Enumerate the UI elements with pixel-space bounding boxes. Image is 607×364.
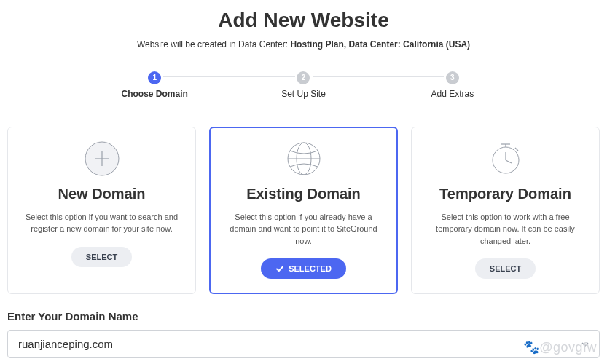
plus-circle-icon (20, 141, 184, 177)
selected-button[interactable]: SELECTED (261, 258, 346, 279)
stepper-line (313, 76, 444, 77)
option-cards: New Domain Select this option if you wan… (7, 127, 600, 295)
svg-line-11 (515, 148, 518, 151)
step-label: Set Up Site (229, 89, 377, 99)
step-number: 2 (297, 71, 310, 84)
card-desc: Select this option if you want to search… (20, 211, 184, 235)
watermark: 🐾@govgfw (523, 339, 597, 355)
card-existing-domain[interactable]: Existing Domain Select this option if yo… (209, 127, 398, 295)
clock-icon (423, 141, 587, 177)
card-temporary-domain[interactable]: Temporary Domain Select this option to w… (411, 127, 600, 295)
subtitle-bold: Hosting Plan, Data Center: California (U… (290, 39, 470, 50)
card-title: Temporary Domain (423, 186, 587, 202)
stepper-line (163, 76, 294, 77)
check-icon (275, 264, 284, 273)
subtitle-prefix: Website will be created in Data Center: (137, 39, 291, 50)
globe-icon (222, 141, 385, 177)
card-new-domain[interactable]: New Domain Select this option if you wan… (7, 127, 196, 295)
domain-input[interactable] (7, 330, 600, 358)
page-title: Add New Website (7, 9, 600, 32)
data-center-subtitle: Website will be created in Data Center: … (7, 39, 600, 50)
domain-input-wrap (7, 330, 600, 358)
select-button[interactable]: SELECT (475, 258, 536, 279)
card-desc: Select this option if you already have a… (222, 211, 385, 248)
step-label: Choose Domain (80, 89, 229, 99)
step-number: 3 (446, 71, 459, 84)
stepper: 1 Choose Domain 2 Set Up Site 3 Add Extr… (80, 70, 527, 99)
step-label: Add Extras (378, 89, 527, 99)
step-set-up-site[interactable]: 2 Set Up Site (229, 70, 377, 99)
card-desc: Select this option to work with a free t… (423, 211, 587, 248)
select-button[interactable]: SELECT (71, 247, 132, 267)
svg-line-8 (506, 160, 512, 163)
selected-label: SELECTED (289, 264, 332, 273)
step-number: 1 (148, 71, 161, 84)
step-choose-domain[interactable]: 1 Choose Domain (80, 70, 229, 99)
card-title: New Domain (20, 186, 184, 202)
paw-icon: 🐾 (523, 340, 540, 355)
watermark-text: @govgfw (539, 340, 597, 355)
domain-section-label: Enter Your Domain Name (7, 310, 600, 323)
step-add-extras[interactable]: 3 Add Extras (378, 70, 527, 99)
card-title: Existing Domain (222, 186, 385, 202)
